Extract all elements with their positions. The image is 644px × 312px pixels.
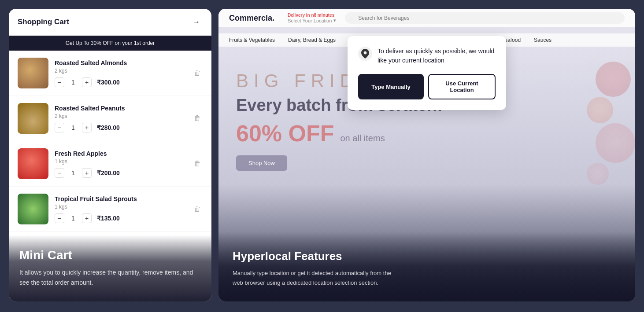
use-current-location-button[interactable]: Use Current Location <box>428 74 496 99</box>
delete-item-button[interactable]: 🗑 <box>192 158 203 169</box>
item-controls: − 1 + ₹280.00 <box>55 123 186 132</box>
panel-inner: Commercia. Delivery in n8 minutes Select… <box>218 9 635 301</box>
decrease-qty-button[interactable]: − <box>55 123 64 132</box>
nav-sauces[interactable]: Sauces <box>534 37 551 43</box>
search-input[interactable] <box>345 12 625 24</box>
item-name: Fresh Red Apples <box>55 150 186 157</box>
item-name: Roasted Salted Almonds <box>55 59 186 66</box>
ecom-header: Commercia. Delivery in n8 minutes Select… <box>218 9 635 27</box>
right-overlay-title: Hyperlocal Features <box>233 250 621 263</box>
location-pin-icon <box>358 47 372 61</box>
increase-qty-button[interactable]: + <box>82 213 92 223</box>
shop-now-button[interactable]: Shop Now <box>236 155 287 171</box>
item-details: Roasted Salted Almonds 2 kgs − 1 + ₹300.… <box>55 59 186 87</box>
type-manually-button[interactable]: Type Manually <box>358 74 424 99</box>
item-image-almonds <box>18 58 48 88</box>
decrease-qty-button[interactable]: − <box>55 213 64 223</box>
cart-item: Tropical Fruit Salad Sprouts 1 kgs − 1 +… <box>9 187 211 232</box>
discount-text: 60% OFF <box>236 120 334 147</box>
item-controls: − 1 + ₹135.00 <box>55 213 186 223</box>
discount-row: 60% OFF on all items <box>236 120 618 147</box>
item-price: ₹200.00 <box>97 169 120 176</box>
qty-value: 1 <box>70 169 77 176</box>
popup-buttons: Type Manually Use Current Location <box>358 74 496 99</box>
item-details: Fresh Red Apples 1 kgs − 1 + ₹200.00 <box>55 150 186 178</box>
item-weight: 2 kgs <box>55 113 186 119</box>
delivery-location[interactable]: Select Your Location ▾ <box>288 18 336 23</box>
item-price: ₹280.00 <box>97 124 120 131</box>
qty-value: 1 <box>70 124 77 131</box>
chevron-down-icon: ▾ <box>333 18 336 23</box>
item-name: Tropical Fruit Salad Sprouts <box>55 195 186 202</box>
item-name: Roasted Salted Peanuts <box>55 105 186 112</box>
cart-item: Roasted Salted Almonds 2 kgs − 1 + ₹300.… <box>9 51 211 96</box>
nav-fruits[interactable]: Fruits & Vegetables <box>229 37 275 43</box>
increase-qty-button[interactable]: + <box>82 168 92 178</box>
popup-header: To deliver as quickly as possible, we wo… <box>358 47 496 65</box>
increase-qty-button[interactable]: + <box>82 77 92 87</box>
item-controls: − 1 + ₹300.00 <box>55 77 186 87</box>
item-image-peanuts <box>18 103 48 134</box>
item-price: ₹300.00 <box>97 79 120 86</box>
item-details: Roasted Salted Peanuts 2 kgs − 1 + ₹280.… <box>55 105 186 132</box>
item-weight: 1 kgs <box>55 158 186 165</box>
item-image-apples <box>18 148 48 179</box>
cart-item: Fresh Red Apples 1 kgs − 1 + ₹200.00 🗑 <box>9 141 211 187</box>
promo-banner: Get Up To 30% OFF on your 1st order <box>9 36 211 51</box>
qty-value: 1 <box>70 215 77 222</box>
nav-dairy[interactable]: Dairy, Bread & Eggs <box>288 37 336 43</box>
search-wrapper: ⌕ <box>345 12 625 24</box>
shopping-cart-panel: Shopping Cart → Get Up To 30% OFF on you… <box>9 9 211 301</box>
on-items-text: on all items <box>341 133 385 143</box>
delete-item-button[interactable]: 🗑 <box>192 113 203 124</box>
cart-header: Shopping Cart → <box>9 9 211 36</box>
item-weight: 1 kgs <box>55 204 186 210</box>
item-image-salad <box>18 194 48 224</box>
decrease-qty-button[interactable]: − <box>55 77 64 87</box>
overlay-desc: It allows you to quickly increase the qu… <box>19 268 201 287</box>
item-weight: 2 kgs <box>55 68 186 74</box>
qty-value: 1 <box>70 79 77 86</box>
delivery-label: Delivery in n8 minutes <box>288 13 336 18</box>
cart-title: Shopping Cart <box>18 18 69 26</box>
right-overlay-desc: Manually type location or get it detecte… <box>233 268 400 287</box>
item-controls: − 1 + ₹200.00 <box>55 168 186 178</box>
delivery-section: Delivery in n8 minutes Select Your Locat… <box>288 13 336 23</box>
brand-logo: Commercia. <box>229 14 274 23</box>
cart-arrow-button[interactable]: → <box>190 16 203 28</box>
ecommerce-panel: Commercia. Delivery in n8 minutes Select… <box>218 9 635 301</box>
item-price: ₹135.00 <box>97 215 120 222</box>
item-details: Tropical Fruit Salad Sprouts 1 kgs − 1 +… <box>55 195 186 223</box>
left-overlay: Mini Cart It allows you to quickly incre… <box>9 235 211 301</box>
overlay-title: Mini Cart <box>19 248 201 262</box>
popup-message: To deliver as quickly as possible, we wo… <box>378 47 496 65</box>
cart-item: Roasted Salted Peanuts 2 kgs − 1 + ₹280.… <box>9 96 211 141</box>
delete-item-button[interactable]: 🗑 <box>192 67 203 79</box>
right-bottom-overlay: Hyperlocal Features Manually type locati… <box>218 232 635 301</box>
delete-item-button[interactable]: 🗑 <box>192 203 203 215</box>
increase-qty-button[interactable]: + <box>82 123 92 132</box>
location-popup: To deliver as quickly as possible, we wo… <box>348 36 506 110</box>
decrease-qty-button[interactable]: − <box>55 168 64 178</box>
